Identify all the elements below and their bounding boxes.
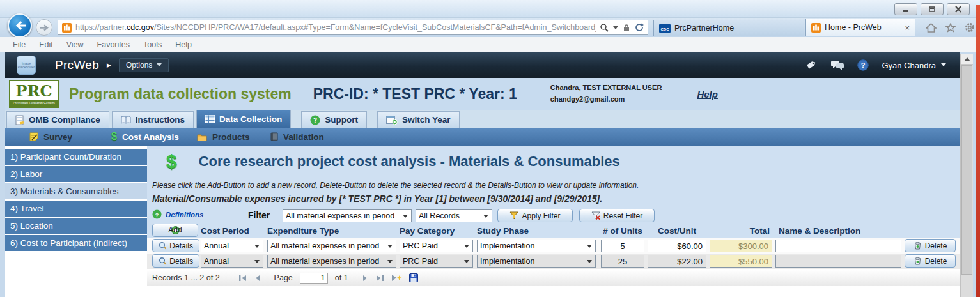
sidebar-item-labor[interactable]: 2) Labor [5,166,147,182]
units-field[interactable]: 25 [601,255,644,268]
magnifier-icon [159,257,166,265]
tab-data-collection[interactable]: Data Collection [196,110,291,128]
scroll-up-button[interactable] [961,54,973,65]
close-tab-icon[interactable]: × [905,23,910,33]
sidebar-item-materials-consumables[interactable]: 3) Materials & Consumables [5,183,147,199]
menu-file[interactable]: File [13,40,26,49]
main-tab-bar: OMB Compliance Instructions Data Collect… [5,110,960,128]
refresh-icon[interactable] [635,23,644,32]
minimize-button[interactable] [894,3,917,15]
save-button[interactable] [409,273,418,282]
menu-edit[interactable]: Edit [39,40,53,49]
sidebar-item-participant-count[interactable]: 1) Participant Count/Duration [5,149,147,165]
close-icon [954,6,962,13]
tab-label: Support [325,115,358,125]
settings-gear-icon[interactable] [965,22,975,33]
address-bar[interactable]: https://partner.cdc.gov/Sites/NCCDPHP/PR… [58,20,648,35]
cost-per-unit-field[interactable]: $22.00 [648,255,706,268]
question-circle-icon: ? [310,115,320,125]
url-text: https://partner.cdc.gov/Sites/NCCDPHP/PR… [75,23,596,32]
sidebar-item-location[interactable]: 5) Location [5,218,147,234]
apply-filter-button[interactable]: Apply Filter [497,209,573,222]
window-titlebar[interactable] [0,0,980,18]
help-link[interactable]: Help [697,89,718,100]
add-button[interactable]: Add [152,224,198,237]
search-icon[interactable] [600,23,609,32]
previous-page-button[interactable] [254,275,261,282]
pay-category-dropdown[interactable]: PRC Paid [400,255,473,268]
cost-period-dropdown[interactable]: Annual [201,255,263,268]
close-button[interactable] [947,3,970,15]
details-button[interactable]: Details [152,254,199,268]
help-icon[interactable]: ? [857,59,869,71]
menu-favorites[interactable]: Favorites [97,40,130,49]
browser-tab-prcpartnerhome[interactable]: CDC PrcPartnerHome [653,20,804,36]
first-page-button[interactable] [238,275,247,282]
subtab-products[interactable]: Products [197,128,250,146]
menu-tools[interactable]: Tools [143,40,162,49]
apply-filter-label: Apply Filter [522,211,560,220]
units-field[interactable]: 5 [601,240,644,252]
magnifier-icon [159,241,166,250]
col-study-phase: Study Phase [477,226,529,236]
subtab-label: Validation [283,132,324,142]
cost-period-dropdown[interactable]: Annual [201,240,263,252]
back-button[interactable] [8,13,32,38]
save-floppy-icon [409,273,418,282]
dropdown-value: PRC Paid [403,257,462,266]
last-page-button[interactable] [375,275,384,282]
home-icon[interactable] [926,23,937,33]
subtab-survey[interactable]: Survey [29,128,72,146]
question-circle-icon: ? [152,209,162,219]
search-dropdown-icon[interactable] [613,26,618,32]
chevron-down-icon [464,260,469,266]
delete-button[interactable]: Delete [905,239,956,252]
tab-omb-compliance[interactable]: OMB Compliance [6,111,109,128]
definitions-link[interactable]: Definitions [166,211,203,218]
dropdown-value: All material expenses in period [270,241,385,250]
url-prefix: https://partner. [75,23,127,32]
records-filter-dropdown[interactable]: All Records [416,209,492,222]
expenditure-type-dropdown[interactable]: All material expenses in period [267,255,396,268]
sidebar-item-travel[interactable]: 4) Travel [5,201,147,217]
browser-tab-home-prcweb[interactable]: Home - PrcWeb × [805,19,915,36]
expense-filter-dropdown[interactable]: All material expenses in period [283,209,412,222]
menu-view[interactable]: View [66,40,84,49]
expenditure-type-dropdown[interactable]: All material expenses in period [267,240,396,252]
menu-help[interactable]: Help [175,40,192,49]
desktop-edge-strip [976,5,980,297]
chevron-down-icon [387,260,393,266]
tag-icon[interactable] [805,60,818,71]
name-description-field[interactable] [775,240,901,252]
tab-support[interactable]: ? Support [301,111,367,128]
options-label: Options [126,61,152,70]
study-phase-dropdown[interactable]: Implementation [477,255,596,268]
comments-icon[interactable] [830,60,844,71]
page-number-input[interactable] [300,273,328,284]
chevron-down-icon [464,245,469,250]
scrollbar-thumb[interactable] [961,65,972,275]
vertical-scrollbar[interactable] [960,54,973,297]
study-phase-dropdown[interactable]: Implementation [477,240,596,252]
reset-filter-button[interactable]: Reset Filter [579,209,655,222]
subtab-cost-analysis[interactable]: $ Cost Analysis [111,128,179,146]
tab-switch-year[interactable]: Switch Year [377,111,460,128]
next-page-button[interactable] [362,275,368,282]
definitions-link-group[interactable]: ? Definitions [152,209,203,219]
details-button[interactable]: Details [152,239,199,252]
user-menu[interactable]: Gyan Chandra [882,61,946,70]
sidebar-item-cost-to-participant[interactable]: 6) Cost to Participant (Indirect) [5,235,147,251]
user-info-name: Chandra, TEST EXTERNAL USER [550,82,662,94]
tab-instructions[interactable]: Instructions [112,111,194,128]
restore-button[interactable] [921,3,944,15]
options-button[interactable]: Options [119,58,169,72]
favorites-star-icon[interactable] [945,23,956,33]
delete-button[interactable]: Delete [905,254,956,268]
forward-button[interactable] [36,19,52,36]
new-record-button[interactable] [391,274,402,282]
pay-category-dropdown[interactable]: PRC Paid [400,240,473,252]
cost-per-unit-field[interactable]: $60.00 [648,240,706,252]
prcweb-brand[interactable]: PrcWeb [55,58,99,72]
subtab-validation[interactable]: Validation [270,128,324,146]
name-description-field[interactable] [775,255,901,268]
